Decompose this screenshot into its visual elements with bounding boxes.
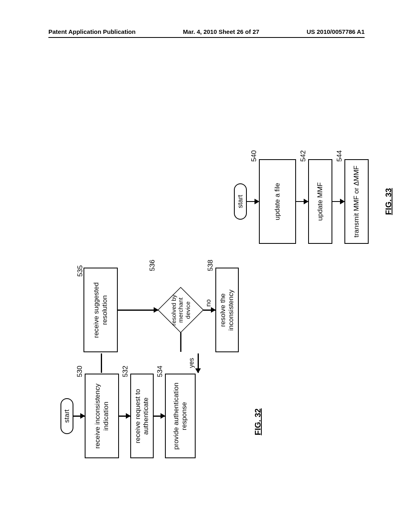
step-text: transmit MMF or ΔMMF: [353, 166, 361, 238]
arrow-icon: [247, 201, 259, 202]
step-box-transmit-mmf: transmit MMF or ΔMMF: [344, 159, 369, 244]
fig-33-flowchart: start 540 update a file 542 update MMF 5…: [234, 157, 393, 246]
figure-label: FIG. 33: [384, 188, 393, 215]
step-text: receive suggested resolution: [92, 273, 109, 348]
step-box-receive-inconsistency: receive inconsistency indication: [85, 374, 119, 459]
arrow-icon: [198, 367, 199, 373]
header-rule: [48, 37, 365, 38]
step-text: provide authentication response: [172, 379, 189, 454]
header-center: Mar. 4, 2010 Sheet 26 of 27: [183, 28, 259, 35]
header-left: Patent Application Publication: [48, 28, 136, 35]
step-text: receive inconsistency indication: [94, 379, 110, 454]
start-label: start: [236, 195, 244, 208]
arrow-icon: [73, 416, 85, 417]
figure-label: FIG. 32: [253, 408, 263, 435]
step-box-update-file: update a file: [259, 159, 296, 244]
decision-text: resolved by merchant device: [170, 288, 191, 333]
step-box-resolve-inconsistency: resolve the inconsistency: [215, 268, 239, 353]
step-number: 536: [148, 260, 156, 271]
step-box-provide-auth-response: provide authentication response: [165, 374, 196, 459]
edge-label-yes: yes: [188, 358, 195, 368]
step-text: resolve the inconsistency: [219, 273, 236, 348]
step-box-receive-suggested-resolution: receive suggested resolution: [83, 268, 118, 353]
decision-resolved-by-merchant: resolved by merchant device: [158, 288, 203, 333]
step-text: update MMF: [316, 182, 324, 220]
connector: [101, 353, 102, 373]
arrow-icon: [118, 310, 158, 311]
header-right: US 2010/0057786 A1: [307, 28, 365, 35]
step-number: 540: [250, 150, 258, 162]
start-label: start: [63, 409, 71, 423]
arrow-icon: [154, 416, 165, 417]
step-number: 538: [206, 260, 215, 271]
fig-32-flowchart: start 530 receive inconsistency indicati…: [60, 267, 263, 459]
figure-area: start 540 update a file 542 update MMF 5…: [48, 48, 365, 484]
arrow-icon: [203, 310, 215, 311]
arrow-icon: [119, 416, 130, 417]
step-number: 535: [76, 265, 84, 276]
step-box-receive-request-auth: receive request to authenticate: [130, 374, 154, 459]
step-number: 542: [299, 150, 307, 162]
connector: [180, 333, 181, 352]
step-number: 544: [336, 150, 344, 162]
arrow-icon: [296, 201, 308, 202]
edge-label-no: no: [205, 299, 212, 307]
step-text: receive request to authenticate: [134, 379, 150, 454]
fig32-start-terminator: start: [60, 398, 73, 434]
document-header: Patent Application Publication Mar. 4, 2…: [48, 28, 365, 35]
fig33-start-terminator: start: [234, 183, 247, 219]
arrow-icon: [332, 201, 344, 202]
step-box-update-mmf: update MMF: [308, 159, 332, 244]
step-text: update a file: [273, 183, 282, 220]
